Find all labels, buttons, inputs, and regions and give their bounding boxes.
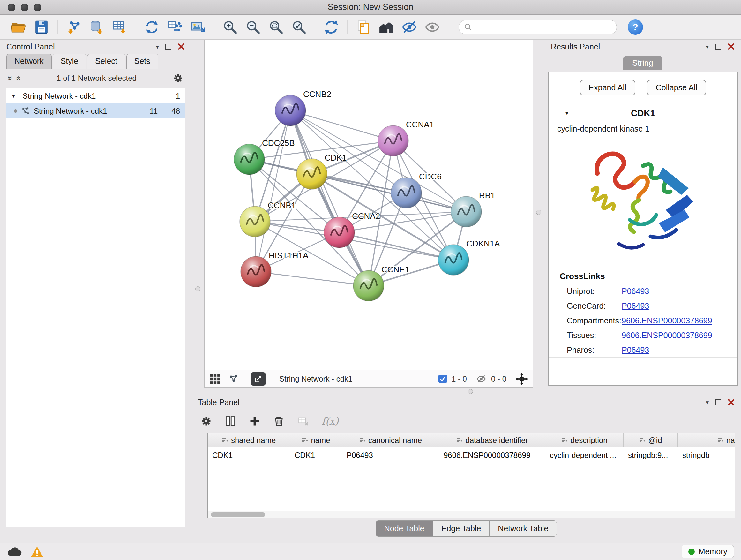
tab-network[interactable]: Network [6,54,52,69]
network-view-share-button[interactable] [226,372,241,386]
open-in-new-window-button[interactable] [251,372,266,386]
close-panel-icon[interactable] [728,399,735,406]
network-node-CDK1[interactable] [296,159,327,189]
hide-glasses-button[interactable] [399,17,420,37]
tab-sets[interactable]: Sets [126,54,158,69]
cell-database-identifier[interactable]: 9606.ENSP00000378699 [439,447,545,462]
close-window-button[interactable] [8,3,15,11]
network-options-gear-icon[interactable] [173,73,184,84]
column-header-name[interactable]: name [290,433,342,447]
network-edge-CCNB2-CCNA1[interactable] [290,111,393,141]
genecard-link[interactable]: P06493 [622,301,649,311]
table-row[interactable]: CDK1 CDK1 P06493 9606.ENSP00000378699 cy… [208,447,735,462]
network-node-CCNB1[interactable] [240,206,270,237]
save-session-button[interactable] [31,17,52,37]
cell-shared-name[interactable]: CDK1 [208,447,290,462]
network-node-CDKN1A[interactable] [438,245,469,275]
uniprot-link[interactable]: P06493 [622,287,649,296]
expand-all-button[interactable]: Expand All [580,80,635,96]
column-header-database-identifier[interactable]: database identifier [439,433,545,447]
float-panel-icon[interactable]: ▾ [156,44,159,50]
network-node-HIST1H1A[interactable] [241,256,271,287]
tab-edge-table[interactable]: Edge Table [433,520,490,537]
open-session-button[interactable] [8,17,29,37]
collapse-all-button[interactable]: Collapse All [647,80,706,96]
duplicate-page-button[interactable] [353,17,374,37]
tissues-link[interactable]: 9606.ENSP00000378699 [622,331,712,340]
network-node-CDC6[interactable] [391,178,421,208]
column-header-canonical-name[interactable]: canonical name [342,433,439,447]
zoom-in-button[interactable] [220,17,240,37]
minimize-window-button[interactable] [21,3,28,11]
network-edge-CCNA2-CDKN1A[interactable] [339,233,454,260]
tab-network-table[interactable]: Network Table [489,520,557,537]
zoom-fit-button[interactable] [266,17,286,37]
import-table-from-file-button[interactable] [110,17,130,37]
network-node-CDC25B[interactable] [234,144,265,175]
zoom-selected-button[interactable] [289,17,309,37]
function-builder-button[interactable]: f(x) [322,415,339,427]
add-column-icon[interactable] [249,415,260,427]
cell-description[interactable]: cyclin-dependent ... [545,447,623,462]
pharos-link[interactable]: P06493 [622,346,649,355]
zoom-out-button[interactable] [243,17,263,37]
network-graph[interactable]: CCNB2CCNA1CDC25BCDK1CDC6RB1CCNB1CCNA2CDK… [205,40,533,370]
table-options-gear-icon[interactable] [200,415,212,427]
close-panel-icon[interactable] [728,43,735,50]
warning-icon[interactable] [30,546,44,558]
network-collection-row[interactable]: ▼ String Network - cdk1 1 [6,88,185,104]
tab-string[interactable]: String [623,56,662,70]
column-header-shared-name[interactable]: shared name [208,433,290,447]
network-canvas[interactable]: CCNB2CCNA1CDC25BCDK1CDC6RB1CCNB1CCNA2CDK… [205,40,533,370]
cell-canonical-name[interactable]: P06493 [342,447,439,462]
import-network-from-file-button[interactable] [64,17,84,37]
cell-namespace[interactable]: stringdb [678,447,735,462]
column-header-id[interactable]: @id [623,433,678,447]
scrollbar-thumb[interactable] [211,512,265,517]
network-edge-CCNB2-HIST1H1A[interactable] [256,111,290,272]
close-panel-icon[interactable] [178,43,185,50]
network-edge-CDK1-RB1[interactable] [312,174,466,212]
float-panel-icon[interactable]: ▾ [705,399,709,406]
delete-column-trash-icon[interactable] [273,415,285,427]
tree-expander-icon[interactable]: ▼ [11,93,19,99]
home-view-button[interactable] [376,17,397,37]
refresh-button[interactable] [321,17,341,37]
network-node-CCNE1[interactable] [353,270,384,301]
cloud-icon[interactable] [7,546,22,557]
column-header-description[interactable]: description [545,433,623,447]
tab-node-table[interactable]: Node Table [376,520,433,537]
float-panel-icon[interactable]: ▾ [705,44,709,50]
network-node-CCNA2[interactable] [324,217,354,248]
table-horizontal-scrollbar[interactable] [208,511,735,518]
memory-button[interactable]: Memory [682,545,734,558]
column-header-namespace[interactable]: namespace [678,433,735,447]
export-image-button[interactable] [188,17,208,37]
birds-eye-grid-icon[interactable] [209,373,221,385]
tab-style[interactable]: Style [53,54,86,69]
cell-name[interactable]: CDK1 [290,447,342,462]
import-network-from-database-button[interactable] [86,17,107,37]
selected-checkbox[interactable] [439,374,447,383]
vertical-splitter-handle[interactable] [536,210,541,215]
section-expander-icon[interactable]: ▼ [564,110,569,117]
maximize-panel-icon[interactable] [715,44,721,50]
network-node-RB1[interactable] [451,196,482,227]
zoom-window-button[interactable] [34,3,42,11]
show-columns-icon[interactable] [225,415,236,427]
network-node-CCNB2[interactable] [275,95,306,126]
cell-id[interactable]: stringdb:9... [623,447,678,462]
network-row[interactable]: String Network - cdk1 11 48 [6,104,185,118]
maximize-panel-icon[interactable] [715,399,721,406]
pan-crosshair-icon[interactable] [515,373,528,385]
gene-section-header[interactable]: ▼ CDK1 [549,105,737,122]
network-from-table-button[interactable] [165,17,185,37]
maximize-panel-icon[interactable] [165,44,172,50]
compartments-link[interactable]: 9606.ENSP00000378699 [622,316,712,325]
search-input[interactable] [475,23,611,32]
network-edge-HIST1H1A-CCNE1[interactable] [256,272,368,286]
vertical-splitter-handle[interactable] [195,287,200,292]
tab-select[interactable]: Select [87,54,125,69]
horizontal-splitter-handle[interactable] [468,389,473,394]
show-eye-button[interactable] [422,17,443,37]
